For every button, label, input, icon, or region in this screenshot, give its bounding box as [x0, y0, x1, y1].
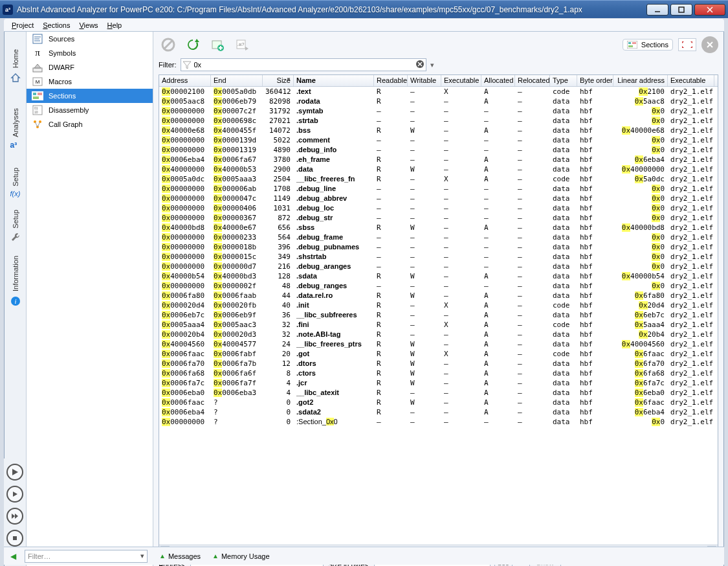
column-header-readable[interactable]: Readable [374, 75, 408, 86]
filter-row: Filter: ▾ [153, 58, 723, 74]
svg-rect-22 [33, 96, 39, 99]
column-header-linear-address[interactable]: Linear address [613, 75, 668, 86]
table-row[interactable]: 0x000000000x0000018b396.debug_pubnames––… [159, 242, 718, 252]
table-row[interactable]: 0x000000000x0000698c27021.strtab–––––dat… [159, 116, 718, 126]
column-header-relocated[interactable]: Relocated [515, 75, 550, 86]
svg-rect-21 [38, 93, 42, 95]
filter-input[interactable] [192, 61, 415, 69]
main-panel: .a? Sections Filter: ▾ AddressEndSizeNam… [153, 32, 723, 566]
triangle-up-icon: ▲ [212, 552, 219, 560]
table-header: AddressEndSizeNameReadableWritableExecut… [159, 75, 718, 87]
wrench-icon [10, 232, 21, 242]
svg-rect-15 [33, 68, 42, 72]
svg-line-29 [35, 122, 38, 127]
table-row[interactable]: 0x000000000x0000015c349.shstrtab–––––dat… [159, 252, 718, 262]
nav-item-sources[interactable]: Sources [27, 32, 153, 46]
column-header-byte-order[interactable]: Byte order [577, 75, 613, 86]
inspect-button[interactable]: .a? [232, 35, 252, 54]
table-row[interactable]: 0x40000e680x4000455f14072.bssRW–A–datahb… [159, 126, 718, 135]
expand-button[interactable] [678, 38, 696, 51]
status-filter-input[interactable]: Filter… ▾ [25, 550, 148, 563]
table-row[interactable]: 0x0006eba00x0006eba34__libc_atexitR––A–d… [159, 388, 718, 398]
table-row[interactable]: 0x000000000x00000367872.debug_str–––––da… [159, 213, 718, 223]
table-row[interactable]: 0x400045600x4000457724__libc_freeres_ptr… [159, 339, 718, 349]
table-row[interactable]: 0x000000000x0000047c1149.debug_abbrev–––… [159, 194, 718, 203]
navigation-panel: SourcesπSymbolsDWARFMMacrosSections0110D… [27, 32, 153, 566]
column-header-name[interactable]: Name [294, 75, 374, 86]
table-row[interactable]: 0x000000000x00007c2f31792.symtab–––––dat… [159, 106, 718, 116]
maximize-button[interactable] [670, 4, 692, 16]
svg-text:10: 10 [34, 110, 38, 114]
vtab-setup-wrench[interactable]: Setup [6, 207, 25, 245]
table-row[interactable]: 0x000000000x000006ab1708.debug_line–––––… [159, 184, 718, 194]
back-button[interactable]: ◀ [5, 550, 21, 563]
table-row[interactable]: 0x000020d40x000020fb40.initR–XA–codehbf0… [159, 300, 718, 310]
menu-help[interactable]: Help [104, 20, 126, 30]
vtab-setup[interactable]: Setup f(x) [6, 161, 25, 207]
table-row[interactable]: 0x000000000x000004061031.debug_loc–––––d… [159, 203, 718, 213]
run-fast-button[interactable] [6, 508, 23, 525]
table-row[interactable]: 0x0006faac?0.got2RW–A–datahbf0x6faacdry2… [159, 398, 718, 407]
nav-item-dwarf[interactable]: DWARF [27, 60, 153, 74]
menu-project[interactable]: Project [8, 20, 38, 30]
menu-views[interactable]: Views [75, 20, 102, 30]
table-row[interactable]: 0x0006fa7c0x0006fa7f4.jcrRW–A–datahbf0x6… [159, 378, 718, 388]
table-row[interactable]: 0x000000000x00000233564.debug_frame–––––… [159, 232, 718, 242]
disasm-icon: 0110 [32, 104, 43, 116]
table-row[interactable]: 0x0005a0dc0x0005aaa32504__libc_freeres_f… [159, 174, 718, 184]
column-header-executable[interactable]: Executable [668, 75, 714, 86]
table-row[interactable]: 0x400000000x40000b532900.dataRW–A–datahb… [159, 164, 718, 174]
refresh-button[interactable] [183, 35, 203, 54]
table-row[interactable]: 0x000000000x000000d7216.debug_aranges–––… [159, 262, 718, 271]
run-stop-button[interactable] [6, 530, 23, 547]
table-row[interactable]: 0x000000000x000013194890.debug_info–––––… [159, 145, 718, 155]
status-messages[interactable]: ▲Messages [159, 552, 201, 560]
nav-item-call-graph[interactable]: Call Graph [27, 117, 153, 131]
column-header-type[interactable]: Type [550, 75, 577, 86]
add-section-button[interactable] [208, 35, 227, 54]
table-row[interactable]: 0x000020b40x000020d332.note.ABI-tagR––A–… [159, 330, 718, 339]
menu-sections[interactable]: Sections [39, 20, 74, 30]
column-header-end[interactable]: End [211, 75, 263, 86]
table-row[interactable]: 0x0005aaa40x0005aac332.finiR–XA–codehbf0… [159, 320, 718, 330]
minimize-button[interactable] [646, 4, 668, 16]
panel-close-button[interactable] [701, 36, 718, 53]
table-row[interactable]: 0x0006faac0x0006fabf20.gotRWXA–codehbf0x… [159, 349, 718, 359]
sections-indicator[interactable]: Sections [623, 39, 673, 51]
table-row[interactable]: 0x40000bd80x40000e67656.sbssRW–A–datahbf… [159, 223, 718, 232]
close-button[interactable] [694, 4, 725, 16]
table-row[interactable]: 0x0006eba4?0.sdata2R––A–datahbf0x6eba4dr… [159, 407, 718, 417]
status-memory[interactable]: ▲Memory Usage [212, 552, 269, 560]
column-header-writable[interactable]: Writable [408, 75, 441, 86]
run-play-button[interactable] [6, 486, 23, 503]
column-header-allocated[interactable]: Allocated [481, 75, 515, 86]
svg-rect-20 [33, 93, 36, 95]
table-row[interactable]: 0x0006fa800x0006faab44.data.rel.roRW–A–d… [159, 291, 718, 300]
nav-item-macros[interactable]: MMacros [27, 74, 153, 89]
vtab-information[interactable]: Information i [6, 245, 25, 317]
filter-clear-icon[interactable] [415, 60, 425, 70]
vtab-analyses[interactable]: Analyses a³ [6, 98, 25, 161]
filter-dropdown-icon[interactable]: ▾ [430, 61, 434, 69]
run-step-button[interactable] [6, 464, 23, 481]
nav-item-disassembly[interactable]: 0110Disassembly [27, 103, 153, 117]
column-header-executable[interactable]: Executable [441, 75, 481, 86]
sections-icon [32, 90, 43, 102]
table-row[interactable]: 0x00000000?0:Section_0x0–––––datahbf0x0d… [159, 417, 718, 427]
table-row[interactable]: 0x000021000x0005a0db360412.textR–XA–code… [159, 87, 718, 96]
table-row[interactable]: 0x000000000x0000002f48.debug_ranges–––––… [159, 281, 718, 291]
table-row[interactable]: 0x000000000x0000139d5022.comment–––––dat… [159, 135, 718, 145]
nav-item-sections[interactable]: Sections [27, 89, 153, 103]
info-icon: i [10, 296, 21, 306]
vtab-home[interactable]: Home [6, 34, 25, 98]
disable-button[interactable] [159, 35, 178, 54]
table-row[interactable]: 0x0006eb7c0x0006eb9f36__libc_subfreeresR… [159, 310, 718, 320]
column-header-size[interactable]: Size [263, 75, 294, 86]
nav-item-symbols[interactable]: πSymbols [27, 46, 153, 60]
table-row[interactable]: 0x0006eba40x0006fa673780.eh_frameR––A–da… [159, 155, 718, 164]
table-row[interactable]: 0x0006fa700x0006fa7b12.dtorsRW–A–datahbf… [159, 359, 718, 368]
table-row[interactable]: 0x0005aac80x0006eb7982098.rodataR––A–dat… [159, 96, 718, 106]
column-header-address[interactable]: Address [159, 75, 211, 86]
table-row[interactable]: 0x0006fa680x0006fa6f8.ctorsRW–A–datahbf0… [159, 368, 718, 378]
table-row[interactable]: 0x40000b540x40000bd3128.sdataRW–A–datahb… [159, 271, 718, 281]
